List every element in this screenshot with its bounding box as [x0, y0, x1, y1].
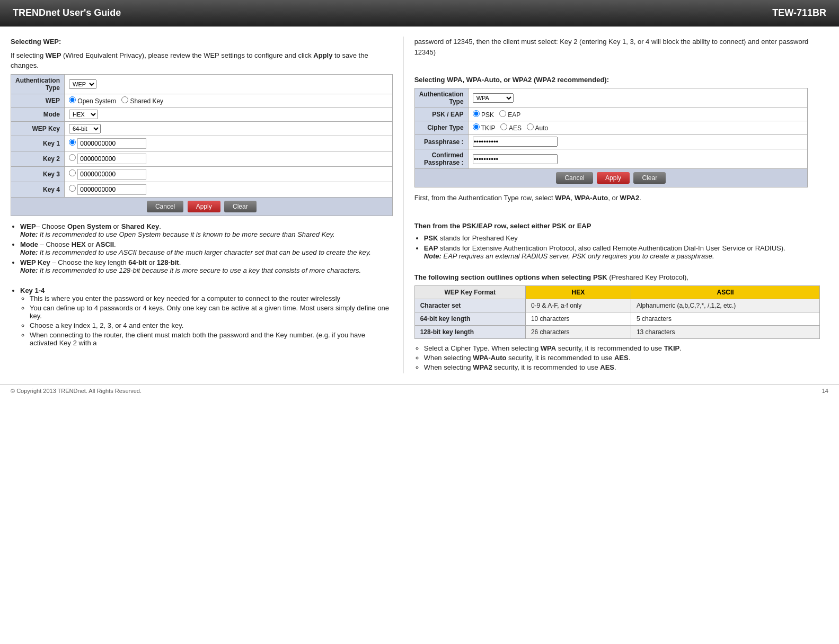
open-system-radio[interactable] [69, 96, 76, 103]
format-col-header: WEP Key Format [414, 286, 525, 299]
cipher-bullet-2: When selecting WPA-Auto security, it is … [424, 354, 828, 362]
wpa-apply-button[interactable]: Apply [597, 172, 630, 184]
wep-apply-button[interactable]: Apply [188, 201, 220, 212]
aes-label: AES [509, 124, 522, 132]
mode-select[interactable]: HEX ASCII [69, 110, 98, 119]
key1-label: Key 1 [11, 136, 65, 151]
psk-radio[interactable] [473, 110, 480, 117]
row-hex: 10 characters [525, 312, 631, 326]
wpa-config-table: Authentication Type WPA WPA-Auto WPA2 PS… [414, 88, 808, 187]
wep-cancel-button[interactable]: Cancel [147, 201, 183, 212]
key1-row: Key 1 [11, 136, 393, 151]
confirmed-passphrase-value [468, 149, 807, 169]
selecting-wep-heading: Selecting WEP: [11, 37, 393, 47]
auth-type-row: Authentication Type WEP [11, 74, 393, 94]
key2-row: Key 2 [11, 151, 393, 166]
confirmed-passphrase-input[interactable] [473, 154, 558, 164]
key4-radio[interactable] [69, 185, 76, 192]
psk-eap-label: PSK / EAP [414, 108, 468, 121]
tkip-label: TKIP [481, 124, 495, 132]
wep-key-row: WEP Key 64-bit 128-bit [11, 121, 393, 136]
key1-value [65, 136, 393, 151]
confirmed-passphrase-row: Confirmed Passphrase : [414, 149, 807, 169]
key14-bullet-list: Key 1-4 This is where you enter the pass… [20, 287, 393, 347]
wep-config-table: Authentication Type WEP WEP Open System … [11, 74, 393, 216]
psk-eap-row: PSK / EAP PSK EAP [414, 108, 807, 121]
key4-input[interactable] [77, 184, 146, 195]
mode-value: HEX ASCII [65, 107, 393, 121]
wep-key-label: WEP Key [11, 121, 65, 136]
password-continued: password of 12345, then the client must … [414, 37, 828, 57]
passphrase-value [468, 135, 807, 149]
row-ascii: Alphanumeric (a,b,C,?,*, /,1,2, etc.) [631, 299, 819, 312]
wpa-auth-type-select[interactable]: WPA WPA-Auto WPA2 [473, 93, 514, 103]
tkip-radio[interactable] [473, 123, 480, 130]
key14-sub-2: You can define up to 4 passwords or 4 ke… [30, 304, 393, 320]
auth-type-value: WEP [65, 74, 393, 94]
key14-sub-list: This is where you enter the password or … [30, 294, 393, 347]
auth-type-select[interactable]: WEP [69, 79, 96, 89]
wep-clear-button[interactable]: Clear [224, 201, 257, 212]
selecting-wep-intro: If selecting WEP (Wired Equivalent Priva… [11, 50, 393, 71]
data-table-header: WEP Key Format HEX ASCII [414, 286, 820, 299]
eap-radio[interactable] [499, 110, 506, 117]
right-column: password of 12345, then the client must … [403, 37, 828, 373]
wpa-clear-button[interactable]: Clear [633, 172, 666, 184]
wpa-note: First, from the Authentication Type row,… [414, 193, 828, 203]
key1-radio[interactable] [69, 139, 76, 146]
left-column: Selecting WEP: If selecting WEP (Wired E… [11, 37, 403, 373]
data-table-row: 64-bit key length 10 characters 5 charac… [414, 312, 820, 326]
key3-value [65, 166, 393, 182]
wep-key-value: 64-bit 128-bit [65, 121, 393, 136]
auth-type-label: Authentication Type [11, 74, 65, 94]
page-number: 14 [822, 388, 828, 394]
guide-title: TRENDnet User's Guide [13, 7, 121, 19]
key14-sub-3: Choose a key index 1, 2, 3, or 4 and ent… [30, 321, 393, 329]
row-label: Character set [414, 299, 525, 312]
page-footer: © Copyright 2013 TRENDnet. All Rights Re… [0, 384, 839, 397]
row-ascii: 13 characters [631, 326, 819, 339]
key2-radio[interactable] [69, 154, 76, 161]
row-label: 128-bit key length [414, 326, 525, 339]
auto-radio[interactable] [527, 123, 534, 130]
passphrase-input[interactable] [473, 137, 558, 147]
confirmed-passphrase-label: Confirmed Passphrase : [414, 149, 468, 169]
cipher-bullet-3: When selecting WPA2 security, it is reco… [424, 363, 828, 371]
hex-col-header: HEX [525, 286, 631, 299]
key3-input[interactable] [77, 169, 146, 180]
row-ascii: 5 characters [631, 312, 819, 326]
wpa-auth-type-value: WPA WPA-Auto WPA2 [468, 88, 807, 108]
key3-radio[interactable] [69, 169, 76, 176]
selecting-wpa-heading: Selecting WPA, WPA-Auto, or WPA2 (WPA2 r… [414, 76, 828, 84]
key2-input[interactable] [77, 154, 146, 164]
key3-label: Key 3 [11, 166, 65, 182]
key14-heading-item: Key 1-4 This is where you enter the pass… [20, 287, 393, 347]
aes-radio[interactable] [500, 123, 507, 130]
wep-label: WEP [11, 94, 65, 107]
wep-bullet-2: Mode – Choose HEX or ASCII. Note: It is … [20, 240, 393, 256]
eap-bullet: EAP stands for Extensive Authentication … [424, 244, 828, 260]
key3-row: Key 3 [11, 166, 393, 182]
key4-label: Key 4 [11, 182, 65, 197]
key2-label: Key 2 [11, 151, 65, 166]
wpa-actions-row: Cancel Apply Clear [414, 169, 807, 187]
psk-label: PSK [481, 111, 494, 119]
wpa-auth-type-label: Authentication Type [414, 88, 468, 108]
key2-value [65, 151, 393, 166]
wep-key-select[interactable]: 64-bit 128-bit [69, 124, 101, 133]
wep-actions-cell: Cancel Apply Clear [11, 197, 393, 216]
data-table-row: 128-bit key length 26 characters 13 char… [414, 326, 820, 339]
cipher-type-options: TKIP AES Auto [468, 121, 807, 135]
model-number: TEW-711BR [772, 7, 826, 19]
row-label: 64-bit key length [414, 312, 525, 326]
mode-label: Mode [11, 107, 65, 121]
shared-key-radio[interactable] [121, 96, 128, 103]
passphrase-row: Passphrase : [414, 135, 807, 149]
mode-row: Mode HEX ASCII [11, 107, 393, 121]
key4-row: Key 4 [11, 182, 393, 197]
wpa-cancel-button[interactable]: Cancel [556, 172, 593, 184]
data-table-row: Character set 0-9 & A-F, a-f only Alphan… [414, 299, 820, 312]
wep-options: Open System Shared Key [65, 94, 393, 107]
key1-input[interactable] [77, 138, 146, 149]
wpa-actions-cell: Cancel Apply Clear [414, 169, 807, 187]
